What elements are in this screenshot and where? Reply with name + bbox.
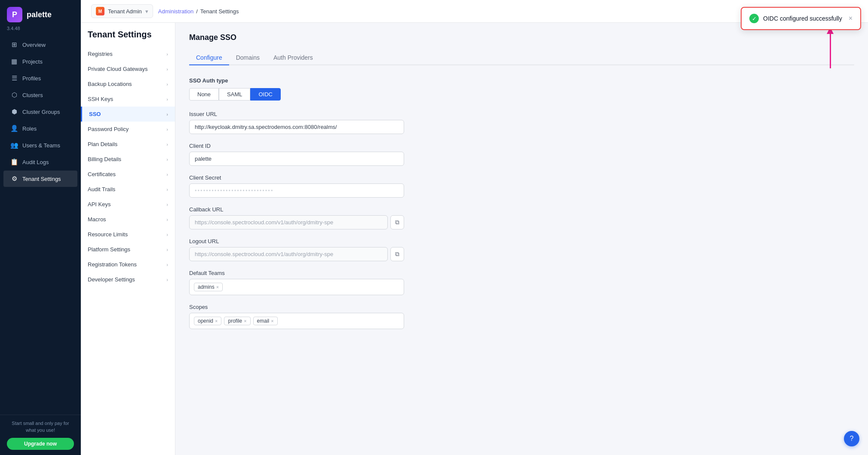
chevron-right-icon: › (166, 172, 168, 177)
callback-url-label: Callback URL (189, 206, 854, 213)
tag-admins-close[interactable]: × (216, 284, 219, 290)
settings-item-resource-limits[interactable]: Resource Limits › (81, 227, 175, 242)
sidebar-item-roles[interactable]: 👤 Roles (3, 120, 77, 137)
settings-item-password-policy[interactable]: Password Policy › (81, 122, 175, 137)
chevron-right-icon: › (166, 202, 168, 207)
settings-item-platform-settings[interactable]: Platform Settings › (81, 242, 175, 257)
chevron-right-icon: › (166, 247, 168, 252)
chevron-right-icon: › (166, 232, 168, 237)
profiles-icon: ☰ (10, 74, 18, 82)
chevron-right-icon: › (166, 262, 168, 267)
sidebar-footer: Start small and only pay for what you us… (0, 415, 81, 455)
settings-item-plan-details[interactable]: Plan Details › (81, 137, 175, 152)
settings-item-api-keys[interactable]: API Keys › (81, 197, 175, 212)
default-teams-input[interactable]: admins × (189, 279, 404, 295)
tab-configure[interactable]: Configure (189, 51, 229, 65)
footer-text: Start small and only pay for what you us… (7, 420, 74, 434)
auth-btn-none[interactable]: None (189, 88, 219, 101)
logo-icon: P (7, 7, 22, 22)
settings-item-developer-settings[interactable]: Developer Settings › (81, 272, 175, 287)
logout-url-copy-button[interactable]: ⧉ (390, 247, 404, 261)
upgrade-button[interactable]: Upgrade now (7, 438, 74, 450)
callback-url-input[interactable] (189, 215, 388, 229)
breadcrumb-link[interactable]: Administration (158, 8, 193, 15)
chevron-right-icon: › (166, 187, 168, 192)
content-area: Tenant Settings Registries › Private Clo… (81, 23, 868, 455)
scopes-group: Scopes openid × profile × email × (189, 304, 854, 329)
sidebar-item-label: Profiles (22, 75, 41, 82)
tenant-settings-icon: ⚙ (10, 175, 18, 183)
roles-icon: 👤 (10, 125, 18, 132)
auth-type-buttons: None SAML OIDC (189, 88, 854, 101)
settings-item-billing-details[interactable]: Billing Details › (81, 152, 175, 167)
sidebar-item-label: Projects (22, 58, 43, 65)
client-id-input[interactable] (189, 152, 404, 166)
callback-url-copy-button[interactable]: ⧉ (390, 215, 404, 229)
issuer-url-group: Issuer URL (189, 111, 854, 134)
settings-item-registration-tokens[interactable]: Registration Tokens › (81, 257, 175, 272)
chevron-right-icon: › (166, 277, 168, 282)
sidebar-item-cluster-groups[interactable]: ⬢ Cluster Groups (3, 104, 77, 120)
tag-profile: profile × (224, 317, 250, 325)
sidebar-item-clusters[interactable]: ⬡ Clusters (3, 87, 77, 103)
settings-sidebar: Tenant Settings Registries › Private Clo… (81, 23, 175, 455)
tab-auth-providers[interactable]: Auth Providers (267, 51, 320, 65)
settings-item-registries[interactable]: Registries › (81, 46, 175, 61)
scopes-input[interactable]: openid × profile × email × (189, 313, 404, 329)
breadcrumb: Administration / Tenant Settings (158, 8, 239, 15)
sidebar-item-audit-logs[interactable]: 📋 Audit Logs (3, 154, 77, 170)
sidebar-item-label: Clusters (22, 92, 43, 98)
breadcrumb-current: Tenant Settings (200, 8, 239, 15)
projects-icon: ▦ (10, 58, 18, 65)
tenant-icon: M (96, 7, 104, 15)
tabs-container: Configure Domains Auth Providers (189, 51, 854, 65)
settings-item-certificates[interactable]: Certificates › (81, 167, 175, 182)
chevron-right-icon: › (166, 67, 168, 72)
client-secret-input[interactable] (189, 183, 404, 198)
tenant-selector[interactable]: M Tenant Admin ▾ (91, 4, 153, 18)
client-id-group: Client ID (189, 143, 854, 166)
sidebar-item-label: Users & Teams (22, 142, 60, 149)
sidebar-item-tenant-settings[interactable]: ⚙ Tenant Settings (3, 171, 77, 187)
logout-url-label: Logout URL (189, 238, 854, 244)
panel-title: Manage SSO (189, 33, 854, 42)
settings-item-macros[interactable]: Macros › (81, 212, 175, 227)
help-button[interactable]: ? (844, 431, 859, 446)
settings-item-audit-trails[interactable]: Audit Trails › (81, 182, 175, 197)
auth-btn-oidc[interactable]: OIDC (250, 88, 281, 101)
issuer-url-input[interactable] (189, 120, 404, 134)
main-area: M Tenant Admin ▾ Administration / Tenant… (81, 0, 868, 455)
auth-btn-saml[interactable]: SAML (219, 88, 250, 101)
sidebar-item-label: Roles (22, 125, 37, 132)
users-teams-icon: 👥 (10, 141, 18, 149)
tag-profile-close[interactable]: × (244, 318, 246, 324)
toast-close-button[interactable]: × (849, 15, 853, 22)
sidebar-item-label: Overview (22, 42, 46, 48)
settings-item-backup-locations[interactable]: Backup Locations › (81, 76, 175, 92)
arrow-annotation (827, 27, 834, 68)
settings-item-ssh-keys[interactable]: SSH Keys › (81, 92, 175, 107)
settings-item-private-cloud-gateways[interactable]: Private Cloud Gateways › (81, 61, 175, 76)
sidebar: P palette 3.4.48 ⊞ Overview ▦ Projects ☰… (0, 0, 81, 455)
cluster-groups-icon: ⬢ (10, 108, 18, 116)
default-teams-group: Default Teams admins × (189, 270, 854, 295)
tag-email-close[interactable]: × (271, 318, 273, 324)
tag-admins: admins × (194, 283, 223, 291)
clusters-icon: ⬡ (10, 91, 18, 99)
arrow-line (830, 34, 831, 68)
sidebar-item-overview[interactable]: ⊞ Overview (3, 37, 77, 53)
logout-url-input[interactable] (189, 247, 388, 261)
tab-domains[interactable]: Domains (229, 51, 267, 65)
tag-openid-close[interactable]: × (215, 318, 218, 324)
sidebar-item-label: Audit Logs (22, 159, 49, 165)
sidebar-item-profiles[interactable]: ☰ Profiles (3, 70, 77, 86)
sidebar-item-projects[interactable]: ▦ Projects (3, 53, 77, 70)
sidebar-item-users-teams[interactable]: 👥 Users & Teams (3, 137, 77, 153)
scopes-label: Scopes (189, 304, 854, 310)
client-secret-group: Client Secret (189, 174, 854, 198)
default-teams-label: Default Teams (189, 270, 854, 276)
chevron-right-icon: › (166, 97, 168, 102)
sso-auth-type-label: SSO Auth type (189, 77, 854, 84)
tag-openid: openid × (194, 317, 221, 325)
settings-item-sso[interactable]: SSO › (81, 107, 175, 122)
